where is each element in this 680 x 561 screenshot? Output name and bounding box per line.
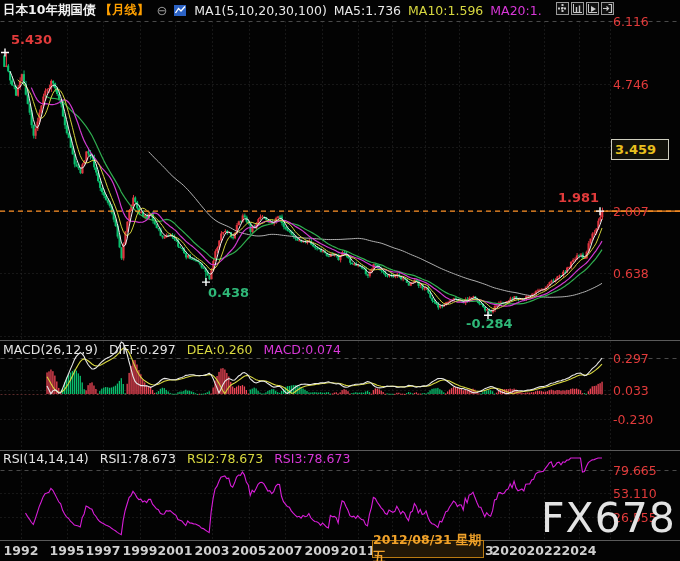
covered-xlabel-remnant: 3 [485,543,494,558]
macd-value: MACD:0.074 [264,342,341,357]
ma20-value: MA20:1. [490,3,541,18]
macd-dea-value: DEA:0.260 [187,342,253,357]
chart-toolbar [556,2,614,15]
exit-panel-icon-button[interactable] [601,2,614,15]
playback-icon-button[interactable] [586,2,599,15]
trading-chart-window: 日本10年期国债【月线】 ⊖ MA1(5,10,20,30,100) MA5:1… [0,0,680,561]
axis-price-label: 2.007 [613,204,649,219]
axis-price-label: 0.638 [613,266,649,281]
axis-price-label: 6.116 [613,14,649,29]
macd-diff-value: DIFF:0.297 [109,342,176,357]
rsi-params-label: RSI(14,14,14) [3,451,89,466]
rsi2-value: RSI2:78.673 [187,451,263,466]
axis-year-label: 1995 [50,543,85,558]
chart-header: 日本10年期国债【月线】 ⊖ MA1(5,10,20,30,100) MA5:1… [3,2,542,19]
axis-year-label: 1997 [86,543,121,558]
rsi-legend-row: RSI(14,14,14) RSI1:78.673 RSI2:78.673 RS… [3,451,350,466]
macd-legend-row: MACD(26,12,9) DIFF:0.297 DEA:0.260 MACD:… [3,342,341,357]
axis-price-label: -0.230 [613,412,653,427]
rsi3-value: RSI3:78.673 [274,451,350,466]
macd-params-label: MACD(26,12,9) [3,342,98,357]
axis-price-label: 4.746 [613,77,649,92]
chart-style-icon[interactable] [174,4,187,17]
axis-year-label: 2009 [305,543,340,558]
extreme-value-label: 5.430 [11,32,52,47]
crosshair-date-box: 2012/08/31 星期五 [372,540,484,558]
axis-year-label: 1999 [123,543,158,558]
extreme-value-label: 0.438 [208,285,249,300]
axis-year-label: 1992 [4,543,39,558]
fx678-watermark: FX678 [541,494,676,542]
auto-scale-axis-icon-button[interactable] [571,2,584,15]
extreme-value-label: -0.284 [466,316,513,331]
rsi1-value: RSI1:78.673 [100,451,176,466]
extreme-value-label: 1.981 [558,190,599,205]
ma10-value: MA10:1.596 [408,3,483,18]
axis-year-label: 2007 [268,543,303,558]
axis-year-label: 2001 [158,543,193,558]
axis-year-label: 2022 [527,543,562,558]
ma-settings-label: MA1(5,10,20,30,100) [194,3,326,18]
ma5-value: MA5:1.736 [334,3,401,18]
instrument-title: 日本10年期国债 [3,2,95,19]
axis-year-label: 2024 [562,543,597,558]
axis-year-label: 2020 [492,543,527,558]
axis-price-label: 0.033 [613,383,649,398]
zoom-out-icon[interactable]: ⊖ [156,3,167,18]
axis-year-label: 2005 [232,543,267,558]
chart-canvas[interactable] [0,0,680,561]
pan-crosshair-icon-button[interactable] [556,2,569,15]
timeframe-label: 【月线】 [99,2,149,19]
crosshair-price-box: 3.459 [611,139,669,160]
axis-price-label: 0.297 [613,351,649,366]
axis-year-label: 2003 [195,543,230,558]
axis-price-label: 79.665 [613,463,657,478]
axis-year-label: 2011 [341,543,376,558]
